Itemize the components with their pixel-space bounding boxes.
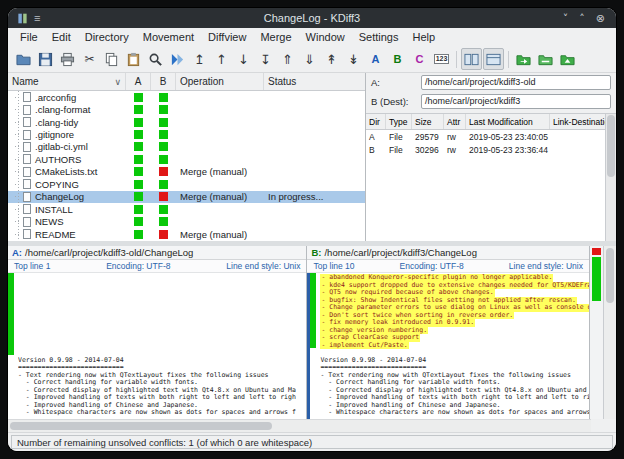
identical-status-square [134,105,143,114]
tree-branch-line [15,146,21,147]
attr-row-a[interactable]: AFile29579rw2019-05-23 23:40:05 [366,130,605,144]
file-row-gitignore[interactable]: .gitignore [8,128,365,140]
diff-overview-column[interactable] [590,246,604,419]
go-prev-conflict-button[interactable]: ⇑ [277,48,298,70]
file-row-readme[interactable]: READMEMerge (manual) [8,228,365,240]
column-header-status[interactable]: Status [264,73,365,90]
attr-row-b[interactable]: BFile30296rw2019-05-23 23:36:44 [366,144,605,158]
column-header-dir[interactable]: Dir [366,114,386,129]
menu-file[interactable]: File [13,30,45,44]
copy-button[interactable] [101,48,122,70]
tree-branch-line [15,234,21,235]
find-button[interactable] [145,48,166,70]
kdiff3-window: ≡ ChangeLog - KDiff3 ˅ ˄ ⊗ FileEditDirec… [8,8,616,451]
toggle-full-view-button[interactable] [483,48,504,70]
show-white-space-button[interactable]: 123 [431,48,452,70]
file-row-clang-format[interactable]: .clang-format [8,103,365,115]
open-button[interactable] [13,48,34,70]
diff-line-highlighted: - kde4 support dropped due to extensive … [320,282,589,290]
go-next-delta-button[interactable]: ↓ [233,48,254,70]
go-next-conflict-button[interactable]: ⇓ [299,48,320,70]
column-header-operation[interactable]: Operation [176,73,264,90]
pane-b-text[interactable]: - abandoned Konqueror-specific plugin no… [307,273,589,419]
menu-diffview[interactable]: Diffview [201,30,253,44]
column-header-b[interactable]: B [151,73,176,90]
operation-value [176,103,264,115]
column-header-size[interactable]: Size [412,114,444,129]
menu-settings[interactable]: Settings [352,30,406,44]
select-line-b-button[interactable]: B [387,48,408,70]
info-panel-scrollbar[interactable] [606,114,616,241]
arrow-tri-down-icon: ↡ [348,53,359,66]
save-button[interactable] [35,48,56,70]
scrollbar-thumb[interactable] [10,422,272,430]
toggle-split-view-button[interactable] [461,48,482,70]
file-row-clang-tidy[interactable]: .clang-tidy [8,116,365,128]
close-button[interactable]: ⊗ [596,12,605,25]
go-prev-unsolved-conflict-button[interactable]: ↟ [321,48,342,70]
identical-status-square [159,205,168,214]
paste-button[interactable] [123,48,144,70]
identical-status-square [134,93,143,102]
a-path-field[interactable]: /home/carl/project/kdiff3-old [421,75,611,90]
file-row-install[interactable]: INSTALL [8,203,365,215]
titlebar[interactable]: ≡ ChangeLog - KDiff3 ˅ ˄ ⊗ [8,8,616,28]
go-last-delta-button[interactable]: ↧ [255,48,276,70]
diff-line [18,312,306,320]
select-line-c-button[interactable]: C [409,48,430,70]
file-name: NEWS [35,216,64,227]
pane-a-text[interactable]: Version 0.9.98 - 2014-07-04=============… [8,273,306,419]
file-row-arcconfig[interactable]: .arcconfig [8,91,365,103]
file-row-copying[interactable]: COPYING [8,178,365,190]
diff-line [18,334,306,342]
dir-do-merge-button[interactable] [513,48,534,70]
menu-window[interactable]: Window [299,30,352,44]
pane-a-encoding: Encoding: UTF-8 [106,261,170,271]
go-next-unsolved-conflict-button[interactable]: ↡ [343,48,364,70]
window-menu-icon[interactable]: ≡ [34,13,40,24]
dir-fold-all-button[interactable] [535,48,556,70]
minimize-button[interactable]: ˅ [563,12,569,25]
file-row-authors[interactable]: AUTHORS [8,153,365,165]
maximize-button[interactable]: ˄ [579,12,585,25]
menu-directory[interactable]: Directory [78,30,136,44]
file-row-changelog[interactable]: ChangeLogMerge (manual)In progress... [8,191,365,203]
diff-line-highlighted: - abandoned Konqueror-specific plugin no… [320,274,589,282]
menu-merge[interactable]: Merge [253,30,298,44]
b-path-field[interactable]: /home/carl/project/kdiff3 [421,94,611,109]
column-header-type[interactable]: Type [386,114,412,129]
column-header-name[interactable]: Name∨ [8,73,126,90]
app-icon [17,13,28,24]
operation-value [176,153,264,165]
horizontal-scrollbar[interactable] [8,419,591,432]
go-prev-delta-button[interactable]: ↑ [211,48,232,70]
pane-a-path: /home/carl/project/kdiff3-old/ChangeLog [25,247,193,258]
status-value [264,128,365,140]
scrollbar-thumb[interactable] [606,248,614,303]
window-title: ChangeLog - KDiff3 [8,12,616,24]
file-row-news[interactable]: NEWS [8,215,365,227]
dir-compare-button[interactable] [557,48,578,70]
go-current-delta-button[interactable] [167,48,188,70]
menu-help[interactable]: Help [405,30,442,44]
menu-edit[interactable]: Edit [45,30,78,44]
file-name: AUTHORS [35,154,81,165]
letter-b-icon: B [394,53,402,65]
menu-movement[interactable]: Movement [136,30,201,44]
identical-status-square [159,180,168,189]
file-row-cmakelists-txt[interactable]: CMakeLists.txtMerge (manual) [8,166,365,178]
select-line-a-button[interactable]: A [365,48,386,70]
column-header-last-modification[interactable]: Last Modification [466,114,550,129]
scrollbar-thumb[interactable] [607,115,615,177]
column-header-attr[interactable]: Attr [444,114,466,129]
pane-a-topline: Top line 1 [14,261,50,271]
column-header-a[interactable]: A [126,73,151,90]
print-button[interactable] [57,48,78,70]
vertical-scrollbar[interactable] [604,246,616,419]
column-header-link-destination[interactable]: Link-Destination [550,114,605,129]
cut-button[interactable]: ✂ [79,48,100,70]
file-name: .gitlab-ci.yml [35,141,88,152]
file-row-gitlab-ci-yml[interactable]: .gitlab-ci.yml [8,141,365,153]
go-first-delta-button[interactable]: ↥ [189,48,210,70]
numbers-icon: 123 [434,54,450,64]
